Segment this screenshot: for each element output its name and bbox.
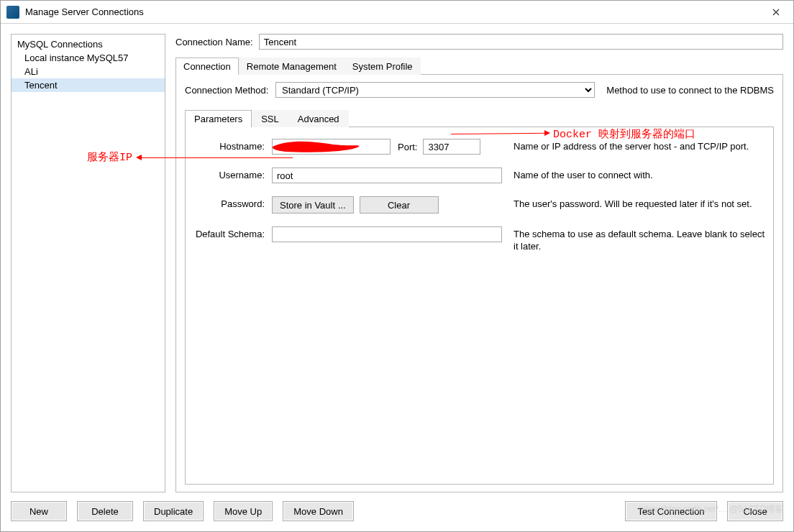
username-desc: Name of the user to connect with.: [509, 168, 766, 182]
username-input[interactable]: [272, 168, 502, 183]
duplicate-button[interactable]: Duplicate: [143, 501, 204, 521]
connection-name-row: Connection Name:: [175, 34, 783, 50]
connection-list-header: MySQL Connections: [12, 37, 165, 51]
connection-tabpanel: Connection Method: Standard (TCP/IP) Met…: [175, 75, 783, 492]
moveup-button[interactable]: Move Up: [214, 501, 273, 521]
new-button[interactable]: New: [11, 501, 67, 521]
main-area: Connection Name: Connection Remote Manag…: [175, 34, 783, 492]
footer-spacer: [364, 501, 615, 521]
delete-button[interactable]: Delete: [77, 501, 133, 521]
watermark-text: https://blog.csdn.net/… @51CTO博客: [639, 503, 783, 515]
connection-list[interactable]: MySQL Connections Local instance MySQL57…: [11, 34, 165, 492]
connection-method-select[interactable]: Standard (TCP/IP): [275, 82, 595, 98]
hostname-desc: Name or IP address of the server host - …: [509, 139, 766, 153]
manage-connections-window: Manage Server Connections MySQL Connecti…: [0, 0, 794, 532]
tab-ssl[interactable]: SSL: [252, 110, 288, 127]
username-row: Username: Name of the user to connect wi…: [193, 168, 766, 183]
hostname-row: Hostname: Port: Name or IP add: [193, 139, 766, 155]
window-title: Manage Server Connections: [25, 6, 762, 17]
dialog-body: MySQL Connections Local instance MySQL57…: [1, 24, 793, 531]
redaction-mark: [272, 139, 361, 155]
schema-input[interactable]: [272, 226, 502, 242]
connection-name-label: Connection Name:: [175, 37, 253, 47]
main-tabs: Connection Remote Management System Prof…: [175, 57, 783, 75]
movedown-button[interactable]: Move Down: [283, 501, 354, 521]
connection-name-input[interactable]: [259, 34, 783, 50]
top-area: MySQL Connections Local instance MySQL57…: [11, 34, 783, 492]
password-desc: The user's password. Will be requested l…: [509, 196, 766, 211]
tab-connection[interactable]: Connection: [175, 58, 239, 75]
param-tabs: Parameters SSL Advanced: [185, 109, 774, 127]
password-label: Password:: [193, 196, 265, 209]
hostname-controls: Port:: [272, 139, 502, 155]
password-row: Password: Store in Vault ... Clear The u…: [193, 196, 766, 214]
connection-list-item[interactable]: ALi: [12, 65, 165, 78]
app-icon: [6, 6, 19, 19]
hostname-input[interactable]: [272, 139, 391, 155]
connection-list-item[interactable]: Tencent: [12, 78, 165, 92]
tab-system-profile[interactable]: System Profile: [344, 58, 421, 75]
hostname-label: Hostname:: [193, 139, 265, 152]
schema-label: Default Schema:: [193, 226, 265, 239]
connection-method-desc: Method to use to connect to the RDBMS: [601, 85, 774, 96]
tab-remote-management[interactable]: Remote Management: [239, 58, 344, 75]
schema-row: Default Schema: The schema to use as def…: [193, 226, 766, 253]
password-controls: Store in Vault ... Clear: [272, 196, 502, 214]
tab-advanced[interactable]: Advanced: [288, 110, 349, 127]
connection-list-item[interactable]: Local instance MySQL57: [12, 51, 165, 65]
titlebar: Manage Server Connections: [1, 1, 793, 24]
username-label: Username:: [193, 168, 265, 180]
close-icon: [772, 9, 780, 16]
schema-desc: The schema to use as default schema. Lea…: [509, 226, 766, 253]
connection-method-label: Connection Method:: [185, 85, 270, 96]
schema-controls: [272, 226, 502, 242]
connection-method-row: Connection Method: Standard (TCP/IP) Met…: [185, 82, 774, 98]
tab-parameters[interactable]: Parameters: [185, 110, 252, 127]
port-label: Port:: [396, 142, 417, 152]
parameters-panel: Hostname: Port: Name or IP add: [185, 127, 774, 485]
close-button[interactable]: [762, 1, 790, 23]
port-input[interactable]: [423, 139, 480, 155]
store-vault-button[interactable]: Store in Vault ...: [272, 196, 354, 214]
clear-password-button[interactable]: Clear: [360, 196, 439, 214]
username-controls: [272, 168, 502, 183]
